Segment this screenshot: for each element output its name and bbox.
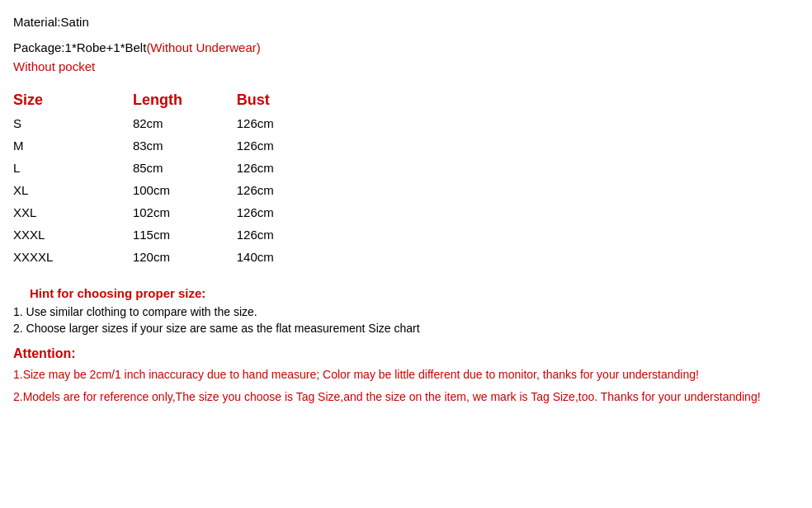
table-cell-length: 82cm [100,112,204,134]
table-row: XXL102cm126cm [13,201,277,223]
table-cell-bust: 126cm [204,179,277,201]
attention-section: Attention: 1.Size may be 2cm/1 inch inac… [13,346,799,406]
table-cell-length: 115cm [100,223,204,246]
material-label: Material: [13,15,61,29]
table-cell-size: XL [13,179,100,201]
table-cell-length: 85cm [100,157,204,179]
table-row: XXXL115cm126cm [13,223,277,246]
material-value: Satin [61,15,89,29]
hint-item-1: 1. Use similar clothing to compare with … [13,305,799,318]
table-row: S82cm126cm [13,112,277,134]
hint-title: Hint for choosing proper size: [13,286,799,300]
package-red: (Without Underwear) [146,40,260,54]
col-header-size: Size [13,88,100,112]
attention-title: Attention: [13,346,799,361]
package-line: Package:1*Robe+1*Belt(Without Underwear) [13,40,799,54]
table-cell-length: 120cm [100,246,204,268]
package-plain: 1*Robe+1*Belt [65,40,147,54]
package-label: Package: [13,40,65,54]
size-table-section: Size Length Bust S82cm126cmM83cm126cmL85… [13,88,799,268]
table-cell-size: XXL [13,201,100,223]
hint-item-2: 2. Choose larger sizes if your size are … [13,322,799,335]
table-cell-bust: 126cm [204,201,277,223]
table-cell-bust: 140cm [204,246,277,268]
table-cell-length: 100cm [100,179,204,201]
table-cell-size: XXXXL [13,246,100,268]
without-pocket: Without pocket [13,59,799,73]
table-cell-size: S [13,112,100,134]
table-cell-bust: 126cm [204,134,277,157]
material-line: Material:Satin [13,15,799,29]
hint-section: Hint for choosing proper size: 1. Use si… [13,286,799,335]
table-cell-bust: 126cm [204,112,277,134]
attention-item-2: 2.Models are for reference only,The size… [13,388,799,406]
table-row: M83cm126cm [13,134,277,157]
table-row: XL100cm126cm [13,179,277,201]
col-header-length: Length [100,88,204,112]
table-cell-size: L [13,157,100,179]
table-cell-length: 102cm [100,201,204,223]
table-row: XXXXL120cm140cm [13,246,277,268]
table-row: L85cm126cm [13,157,277,179]
table-cell-bust: 126cm [204,157,277,179]
col-header-bust: Bust [204,88,277,112]
table-cell-bust: 126cm [204,223,277,246]
table-cell-size: M [13,134,100,157]
attention-item-1: 1.Size may be 2cm/1 inch inaccuracy due … [13,366,799,383]
table-cell-size: XXXL [13,223,100,246]
table-cell-length: 83cm [100,134,204,157]
